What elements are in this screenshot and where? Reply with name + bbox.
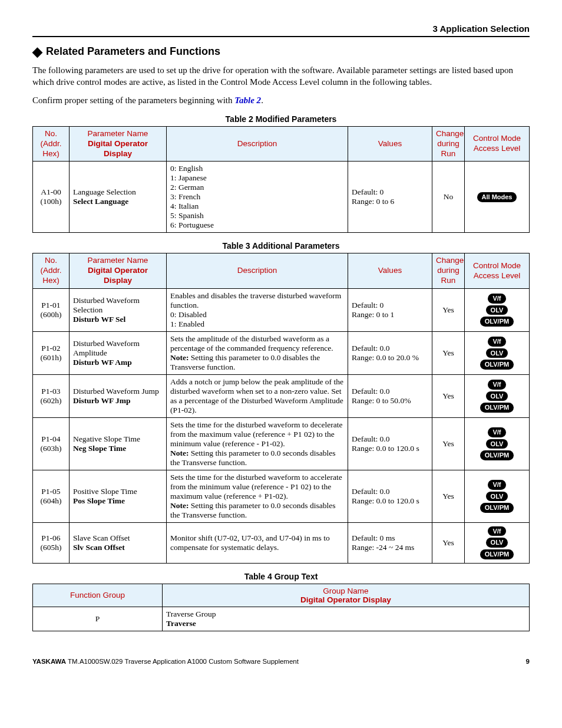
intro-paragraph-1: The following parameters are used to set…	[32, 64, 530, 88]
cell-no: P1-01(600h)	[33, 289, 70, 332]
cell-name: Slave Scan OffsetSlv Scan Offset	[70, 523, 167, 564]
mode-badge: OLV/PM	[480, 317, 514, 327]
cell-values: Default: 0.0Range: 0.0 to 20.0 %	[348, 332, 432, 375]
mode-badge: V/f	[488, 380, 505, 390]
mode-badge: OLV/PM	[480, 450, 514, 460]
mode-badge: V/f	[488, 294, 505, 304]
cell-desc: 0: English1: Japanese2: German3: French4…	[167, 162, 348, 233]
cell-no: P1-06(605h)	[33, 523, 70, 564]
th-mode: Control Mode Access Level	[465, 253, 530, 289]
cell-name: Disturbed Waveform JumpDisturb WF Jmp	[70, 375, 167, 418]
footer-brand: YASKAWA	[32, 658, 66, 665]
cell-desc: Sets the time for the disturbed waveform…	[167, 470, 348, 523]
table-row: PTraverse GroupTraverse	[33, 607, 530, 631]
footer-left: YASKAWA TM.A1000SW.029 Traverse Applicat…	[32, 658, 299, 665]
page-section-header: 3 Application Selection	[32, 24, 530, 36]
cell-name: Negative Slope TimeNeg Slope Time	[70, 418, 167, 470]
table-4-caption: Table 4 Group Text	[32, 572, 530, 581]
table-3: No. (Addr. Hex) Parameter NameDigital Op…	[32, 253, 530, 563]
cell-mode: V/fOLVOLV/PM	[465, 289, 530, 332]
mode-badge: OLV/PM	[480, 503, 514, 513]
cell-name: Language SelectionSelect Language	[70, 162, 167, 233]
th-no: No. (Addr. Hex)	[33, 126, 70, 162]
th-chg: Change during Run	[432, 126, 465, 162]
cell-mode: All Modes	[465, 162, 530, 233]
mode-badge: OLV	[486, 538, 508, 548]
th-mode: Control Mode Access Level	[465, 126, 530, 162]
cell-desc: Sets the amplitude of the disturbed wave…	[167, 332, 348, 375]
cell-mode: V/fOLVOLV/PM	[465, 375, 530, 418]
cell-no: P1-03(602h)	[33, 375, 70, 418]
cell-change: Yes	[432, 523, 465, 564]
intro-paragraph-2: Confirm proper setting of the parameters…	[32, 94, 530, 106]
cell-change: No	[432, 162, 465, 233]
mode-badge: OLV	[486, 439, 508, 449]
table-3-head: No. (Addr. Hex) Parameter NameDigital Op…	[33, 253, 530, 289]
cell-mode: V/fOLVOLV/PM	[465, 470, 530, 523]
cell-change: Yes	[432, 289, 465, 332]
footer-doc: TM.A1000SW.029 Traverse Application A100…	[66, 658, 299, 665]
cell-desc: Sets the time for the disturbed waveform…	[167, 418, 348, 470]
table-row: P1-01(600h)Disturbed Waveform SelectionD…	[33, 289, 530, 332]
cell-values: Default: 0Range: 0 to 6	[348, 162, 432, 233]
th-desc: Description	[167, 253, 348, 289]
th-name: Parameter NameDigital Operator Display	[70, 126, 167, 162]
cell-no: P1-04(603h)	[33, 418, 70, 470]
table-2-head: No. (Addr. Hex) Parameter NameDigital Op…	[33, 126, 530, 162]
mode-badge: OLV/PM	[480, 403, 514, 413]
mode-badge: OLV/PM	[480, 549, 514, 559]
cell-change: Yes	[432, 418, 465, 470]
cell-desc: Monitor shift (U7-02, U7-03, and U7-04) …	[167, 523, 348, 564]
mode-badge: OLV	[486, 348, 508, 358]
cell-no: P1-02(601h)	[33, 332, 70, 375]
diamond-icon: ◆	[32, 45, 42, 58]
th-no: No. (Addr. Hex)	[33, 253, 70, 289]
th-group-name: Group NameDigital Operator Display	[163, 584, 530, 607]
cell-change: Yes	[432, 332, 465, 375]
th-function-group: Function Group	[33, 584, 163, 607]
cell-values: Default: 0.0Range: 0 to 50.0%	[348, 375, 432, 418]
cell-values: Default: 0Range: 0 to 1	[348, 289, 432, 332]
table-2-link[interactable]: Table 2	[234, 95, 261, 105]
cell-change: Yes	[432, 375, 465, 418]
th-val: Values	[348, 253, 432, 289]
mode-badge: OLV	[486, 492, 508, 502]
table-row: P1-05(604h)Positive Slope TimePos Slope …	[33, 470, 530, 523]
cell-values: Default: 0 msRange: -24 ~ 24 ms	[348, 523, 432, 564]
cell-mode: V/fOLVOLV/PM	[465, 332, 530, 375]
section-heading-text: Related Parameters and Functions	[46, 45, 220, 57]
th-name: Parameter NameDigital Operator Display	[70, 253, 167, 289]
mode-badge: V/f	[488, 427, 505, 437]
cell-name: Disturbed Waveform SelectionDisturb WF S…	[70, 289, 167, 332]
mode-badge: OLV	[486, 305, 508, 315]
cell-desc: Adds a notch or jump below the peak ampl…	[167, 375, 348, 418]
th-chg: Change during Run	[432, 253, 465, 289]
mode-badge: V/f	[488, 337, 505, 347]
cell-mode: V/fOLVOLV/PM	[465, 418, 530, 470]
mode-badge: OLV/PM	[480, 360, 514, 370]
cell-mode: V/fOLVOLV/PM	[465, 523, 530, 564]
cell-desc: Enables and disables the traverse distur…	[167, 289, 348, 332]
cell-no: P1-05(604h)	[33, 470, 70, 523]
mode-badge: V/f	[488, 526, 505, 536]
cell-change: Yes	[432, 470, 465, 523]
mode-badge: All Modes	[477, 192, 517, 202]
table-row: P1-04(603h)Negative Slope TimeNeg Slope …	[33, 418, 530, 470]
cell-function-group: P	[33, 607, 163, 631]
mode-badge: V/f	[488, 480, 505, 490]
th-desc: Description	[167, 126, 348, 162]
table-row: A1-00(100h)Language SelectionSelect Lang…	[33, 162, 530, 233]
table-4: Function Group Group NameDigital Operato…	[32, 584, 530, 631]
footer-page-number: 9	[526, 658, 530, 665]
mode-badge: OLV	[486, 391, 508, 401]
cell-name: Positive Slope TimePos Slope Time	[70, 470, 167, 523]
table-2: No. (Addr. Hex) Parameter NameDigital Op…	[32, 126, 530, 233]
section-heading: ◆Related Parameters and Functions	[32, 45, 530, 58]
page-footer: YASKAWA TM.A1000SW.029 Traverse Applicat…	[32, 658, 530, 665]
table-row: P1-03(602h)Disturbed Waveform JumpDistur…	[33, 375, 530, 418]
table-3-caption: Table 3 Additional Parameters	[32, 241, 530, 251]
cell-values: Default: 0.0Range: 0.0 to 120.0 s	[348, 470, 432, 523]
table-row: P1-02(601h)Disturbed Waveform AmplitudeD…	[33, 332, 530, 375]
cell-values: Default: 0.0Range: 0.0 to 120.0 s	[348, 418, 432, 470]
table-row: P1-06(605h)Slave Scan OffsetSlv Scan Off…	[33, 523, 530, 564]
